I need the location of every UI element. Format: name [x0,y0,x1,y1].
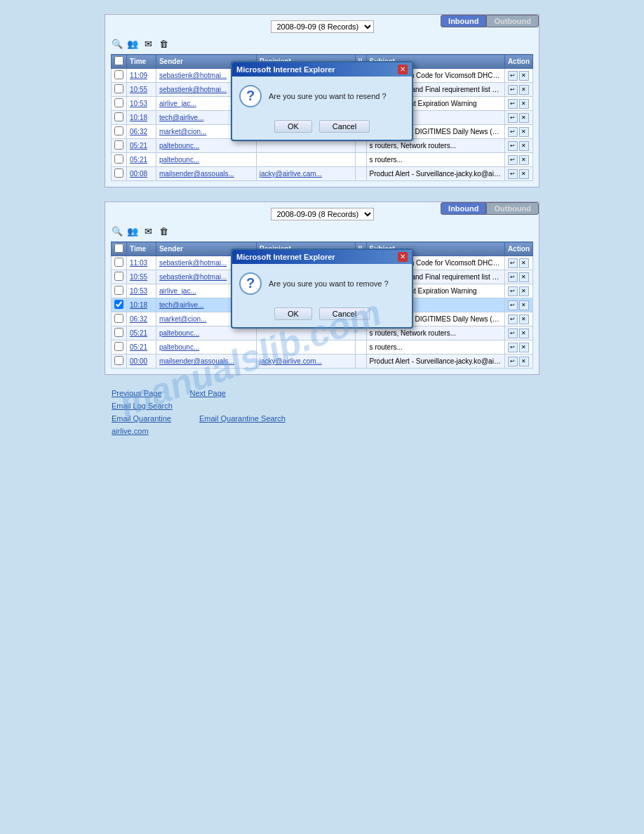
row-checkbox[interactable] [114,272,123,281]
cell-subject: s routers, Network routers... [366,326,504,340]
delete-icon[interactable]: 🗑 [157,37,170,50]
resend-icon[interactable]: ↩ [508,272,518,282]
delete-row-icon[interactable]: ✕ [519,286,529,296]
row-checkbox[interactable] [114,300,123,309]
resend-icon[interactable]: ↩ [508,113,518,123]
resend-icon[interactable]: ↩ [508,300,518,310]
cell-subject: Product Alert - Surveillance-jacky.ko@ai… [366,167,504,181]
toolbar-1: 🔍 👥 ✉ 🗑 [111,36,533,51]
tab-outbound-1[interactable]: Outbound [486,15,539,27]
bottom-links: Previous Page Next Page Email Log Search… [105,389,539,435]
compose-icon-2[interactable]: ✉ [142,225,154,237]
modal-cancel-2[interactable]: Cancel [319,307,370,320]
row-checkbox[interactable] [114,154,123,164]
link-previous-page[interactable]: Previous Page [112,389,162,397]
compose-icon[interactable]: ✉ [142,37,154,50]
row-checkbox[interactable] [114,314,123,323]
row-checkbox[interactable] [114,356,123,365]
row-checkbox[interactable] [114,84,123,93]
resend-icon[interactable]: ↩ [508,315,518,324]
search-icon[interactable]: 🔍 [111,37,123,50]
cell-sender: mailsender@assouals... [156,355,256,369]
table-row: 05:21 paltebounc... s routers... ↩ ✕ [112,153,533,167]
link-email-log-search[interactable]: Email Log Search [112,402,173,410]
tab-inbound-2[interactable]: Inbound [441,202,486,215]
delete-row-icon[interactable]: ✕ [519,127,529,137]
resend-icon[interactable]: ↩ [508,329,518,338]
cell-flag [355,326,366,340]
tab-inbound-1[interactable]: Inbound [441,15,486,27]
modal-question-icon-1: ? [239,85,262,107]
col-checkbox-2 [112,242,127,256]
modal-buttons-2: OK Cancel [232,303,412,327]
modal-cancel-1[interactable]: Cancel [319,120,370,133]
delete-row-icon[interactable]: ✕ [519,141,529,151]
modal-body-2: ? Are you sure you want to remove ? [232,264,412,303]
link-email-quarantine-search[interactable]: Email Quarantine Search [199,414,286,423]
delete-row-icon[interactable]: ✕ [519,343,529,352]
date-select-2[interactable]: 2008-09-09 (8 Records) [271,208,374,220]
row-checkbox[interactable] [114,286,123,295]
col-action-1: Action [504,55,532,69]
cell-recipient [256,139,355,153]
row-checkbox[interactable] [114,342,123,351]
cell-time: 10:55 [127,83,156,97]
resend-icon[interactable]: ↩ [508,343,518,352]
resend-icon[interactable]: ↩ [508,99,518,109]
resend-icon[interactable]: ↩ [508,357,518,366]
tab-outbound-2[interactable]: Outbound [486,202,539,215]
contacts-icon[interactable]: 👥 [126,37,139,50]
row-checkbox[interactable] [114,126,123,135]
delete-row-icon[interactable]: ✕ [519,71,529,81]
delete-row-icon[interactable]: ✕ [519,300,529,310]
delete-row-icon[interactable]: ✕ [519,258,529,268]
date-select-1[interactable]: 2008-09-09 (8 Records) [271,20,374,33]
modal-ok-1[interactable]: OK [274,120,312,133]
delete-row-icon[interactable]: ✕ [519,169,529,179]
modal-close-1[interactable]: ✕ [398,65,408,74]
link-airlive[interactable]: airlive.com [112,427,149,435]
search-icon-2[interactable]: 🔍 [111,225,123,237]
resend-icon[interactable]: ↩ [508,141,518,151]
resend-icon[interactable]: ↩ [508,258,518,268]
row-checkbox[interactable] [114,168,123,178]
contacts-icon-2[interactable]: 👥 [126,225,139,237]
delete-row-icon[interactable]: ✕ [519,99,529,109]
link-next-page[interactable]: Next Page [190,389,226,397]
table-row: 05:21 paltebounc... s routers, Network r… [112,326,533,340]
resend-icon[interactable]: ↩ [508,169,518,179]
row-checkbox[interactable] [114,70,123,79]
modal-ok-2[interactable]: OK [274,307,312,320]
delete-row-icon[interactable]: ✕ [519,357,529,366]
delete-row-icon[interactable]: ✕ [519,113,529,123]
row-checkbox[interactable] [114,112,123,121]
select-all-1[interactable] [114,56,123,65]
resend-icon[interactable]: ↩ [508,71,518,81]
delete-row-icon[interactable]: ✕ [519,272,529,282]
modal-dialog-2: Microsoft Internet Explorer ✕ ? Are you … [231,249,413,329]
row-checkbox[interactable] [114,258,123,267]
cell-subject: s routers... [366,153,504,167]
cell-time: 05:21 [127,340,156,355]
row-checkbox[interactable] [114,140,123,150]
delete-row-icon[interactable]: ✕ [519,329,529,338]
col-action-2: Action [504,242,532,256]
delete-row-icon[interactable]: ✕ [519,315,529,324]
delete-row-icon[interactable]: ✕ [519,85,529,95]
resend-icon[interactable]: ↩ [508,286,518,296]
panel-1: Inbound Outbound 2008-09-09 (8 Records) … [105,14,539,187]
row-checkbox[interactable] [114,328,123,337]
link-email-quarantine[interactable]: Email Quarantine [112,414,171,423]
delete-row-icon[interactable]: ✕ [519,155,529,165]
resend-icon[interactable]: ↩ [508,127,518,137]
resend-icon[interactable]: ↩ [508,155,518,165]
cell-time: 05:21 [127,153,156,167]
modal-close-2[interactable]: ✕ [398,252,408,262]
delete-icon-2[interactable]: 🗑 [157,225,170,237]
cell-action: ↩ ✕ [504,326,532,340]
modal-title-1: Microsoft Internet Explorer [236,65,335,74]
resend-icon[interactable]: ↩ [508,85,518,95]
select-all-2[interactable] [114,244,123,253]
cell-action: ↩ ✕ [504,139,532,153]
row-checkbox[interactable] [114,98,123,107]
